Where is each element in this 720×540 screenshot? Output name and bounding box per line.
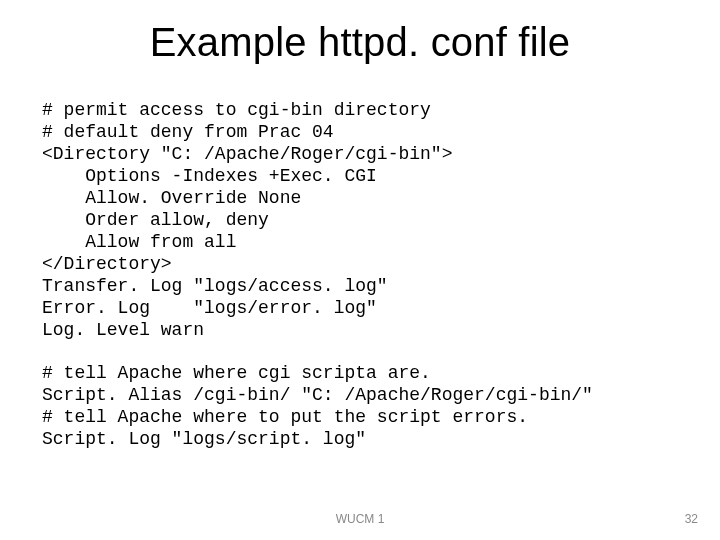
slide: Example httpd. conf file # permit access… <box>0 0 720 540</box>
page-number: 32 <box>685 512 698 526</box>
footer-label: WUCM 1 <box>0 512 720 526</box>
page-title: Example httpd. conf file <box>0 20 720 65</box>
config-code-block: # permit access to cgi-bin directory # d… <box>42 100 593 451</box>
